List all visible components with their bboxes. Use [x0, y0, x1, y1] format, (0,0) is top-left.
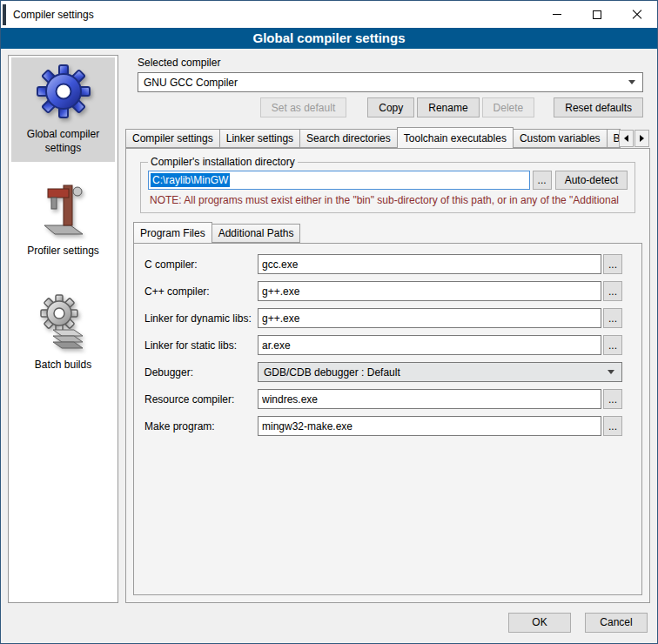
dynamic-linker-row: Linker for dynamic libs: ...	[144, 308, 622, 328]
sidebar-item-label: Batch builds	[35, 359, 91, 371]
make-program-row: Make program: ...	[144, 416, 622, 436]
dialog-footer: OK Cancel	[1, 608, 657, 643]
browse-button[interactable]: ...	[603, 254, 622, 274]
c-compiler-row: C compiler: ...	[144, 254, 622, 274]
browse-button[interactable]: ...	[603, 308, 622, 328]
tab-scroll-controls	[618, 130, 649, 147]
browse-directory-button[interactable]: ...	[533, 171, 552, 190]
dynamic-linker-label: Linker for dynamic libs:	[144, 312, 258, 325]
delete-button[interactable]: Delete	[482, 97, 535, 117]
gears-gray-icon	[37, 294, 90, 350]
installation-directory-row: C:\raylib\MinGW ... Auto-detect	[148, 171, 628, 190]
compiler-selection-section: Selected compiler GNU GCC Compiler Set a…	[125, 55, 650, 117]
maximize-icon	[593, 10, 601, 19]
resource-compiler-label: Resource compiler:	[144, 393, 258, 406]
rename-button[interactable]: Rename	[417, 97, 479, 117]
maximize-button[interactable]	[577, 1, 617, 28]
tab-compiler-settings[interactable]: Compiler settings	[125, 129, 220, 148]
browse-button[interactable]: ...	[603, 416, 622, 436]
resource-compiler-row: Resource compiler: ...	[144, 389, 622, 409]
chevron-down-icon	[608, 370, 614, 374]
browse-button[interactable]: ...	[603, 389, 622, 409]
profiler-icon	[37, 180, 90, 236]
installation-directory-group: Compiler's installation directory C:\ray…	[140, 156, 635, 213]
toolchain-executables-panel: Compiler's installation directory C:\ray…	[125, 148, 650, 603]
c-compiler-input[interactable]	[258, 254, 601, 274]
ok-button[interactable]: OK	[508, 613, 571, 633]
c-compiler-label: C compiler:	[144, 258, 258, 271]
compiler-combobox-value: GNU GCC Compiler	[144, 77, 238, 89]
copy-button[interactable]: Copy	[367, 97, 414, 117]
static-linker-label: Linker for static libs:	[144, 339, 258, 352]
make-program-input[interactable]	[258, 416, 601, 436]
installation-directory-input[interactable]: C:\raylib\MinGW	[148, 171, 530, 190]
cpp-compiler-row: C++ compiler: ...	[144, 281, 622, 301]
minimize-icon	[553, 14, 561, 15]
sidebar-item-label: Profiler settings	[27, 245, 99, 257]
gear-blue-icon	[36, 64, 91, 119]
settings-tabs: Compiler settings Linker settings Search…	[125, 127, 650, 148]
titlebar: Compiler settings	[1, 1, 657, 28]
browse-button[interactable]: ...	[603, 281, 622, 301]
static-linker-input[interactable]	[258, 335, 601, 355]
bin-subdirectory-note: NOTE: All programs must exist either in …	[150, 194, 628, 206]
cpp-compiler-input[interactable]	[258, 281, 601, 301]
subtab-additional-paths[interactable]: Additional Paths	[212, 224, 301, 243]
compiler-settings-window: Compiler settings Global compiler settin…	[0, 0, 658, 644]
tab-toolchain-executables[interactable]: Toolchain executables	[397, 127, 514, 149]
window-title: Compiler settings	[13, 9, 94, 21]
debugger-combobox[interactable]: GDB/CDB debugger : Default	[258, 362, 622, 382]
debugger-combobox-value: GDB/CDB debugger : Default	[264, 366, 400, 379]
settings-sidebar: Global compiler settings Profiler settin…	[8, 55, 118, 603]
tab-scroll-right-button[interactable]	[634, 130, 649, 147]
set-as-default-button[interactable]: Set as default	[260, 97, 346, 117]
subtab-program-files[interactable]: Program Files	[133, 222, 212, 244]
window-controls	[537, 1, 657, 28]
tab-scroll-left-button[interactable]	[619, 130, 634, 147]
debugger-label: Debugger:	[144, 366, 258, 379]
right-arrow-icon	[640, 135, 644, 142]
program-files-panel: C compiler: ... C++ compiler: ... Linker…	[133, 243, 642, 595]
window-icon	[3, 4, 6, 25]
sidebar-item-profiler-settings[interactable]: Profiler settings	[11, 174, 115, 265]
dialog-header-title: Global compiler settings	[1, 28, 657, 49]
cpp-compiler-label: C++ compiler:	[144, 285, 258, 298]
chevron-down-icon	[628, 80, 635, 84]
program-subtabs: Program Files Additional Paths	[133, 222, 644, 243]
auto-detect-button[interactable]: Auto-detect	[555, 171, 628, 190]
tab-custom-variables[interactable]: Custom variables	[513, 129, 608, 148]
cancel-button[interactable]: Cancel	[585, 613, 648, 633]
installation-directory-selected-text: C:\raylib\MinGW	[151, 173, 230, 187]
left-arrow-icon	[624, 135, 628, 142]
resource-compiler-input[interactable]	[258, 389, 601, 409]
minimize-button[interactable]	[537, 1, 577, 28]
static-linker-row: Linker for static libs: ...	[144, 335, 622, 355]
selected-compiler-label: Selected compiler	[138, 57, 643, 69]
compiler-combobox[interactable]: GNU GCC Compiler	[138, 72, 643, 92]
debugger-row: Debugger: GDB/CDB debugger : Default	[144, 362, 622, 382]
reset-defaults-button[interactable]: Reset defaults	[554, 97, 643, 117]
make-program-label: Make program:	[144, 420, 258, 433]
close-icon	[632, 10, 642, 20]
sidebar-item-global-compiler-settings[interactable]: Global compiler settings	[11, 57, 115, 162]
dialog-content: Global compiler settings Profiler settin…	[1, 49, 657, 608]
main-panel: Selected compiler GNU GCC Compiler Set a…	[125, 55, 650, 603]
sidebar-item-label: Global compiler settings	[27, 128, 99, 154]
installation-directory-legend: Compiler's installation directory	[148, 156, 298, 168]
close-button[interactable]	[617, 1, 657, 28]
tab-search-directories[interactable]: Search directories	[299, 129, 398, 148]
sidebar-item-batch-builds[interactable]: Batch builds	[11, 288, 115, 379]
tab-linker-settings[interactable]: Linker settings	[219, 129, 300, 148]
browse-button[interactable]: ...	[603, 335, 622, 355]
dynamic-linker-input[interactable]	[258, 308, 601, 328]
compiler-buttons-row: Set as default Copy Rename Delete Reset …	[138, 97, 643, 117]
